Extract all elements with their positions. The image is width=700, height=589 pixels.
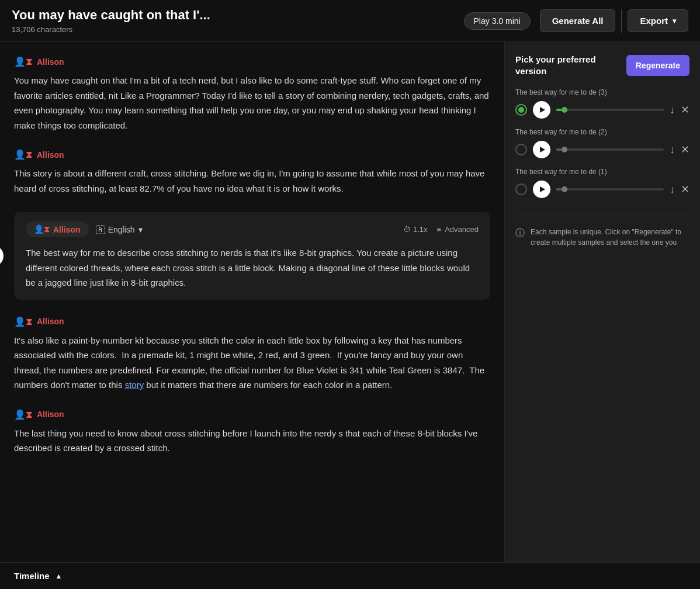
main-content: 👤⧗ Allison You may have caught on that I…: [0, 42, 700, 562]
paragraph-text-3: It's also like a paint-by-number kit bec…: [14, 333, 490, 393]
lang-chevron-icon: ▾: [138, 225, 143, 234]
speaker-label-1: 👤⧗ Allison: [14, 56, 490, 67]
info-section: ⓘ Each sample is unique. Click on "Regen…: [515, 227, 689, 248]
progress-fill-3: [556, 109, 562, 111]
sample-row-1: ↓ ✕: [515, 181, 689, 198]
progress-fill-2: [556, 148, 562, 151]
sample-row-3: ↓ ✕: [515, 101, 689, 119]
speaker-icon-3: 👤⧗: [14, 316, 32, 327]
sample-label-1: The best way for me to de (1): [515, 168, 689, 176]
info-icon: ⓘ: [515, 227, 525, 240]
speaker-label-4: 👤⧗ Allison: [14, 409, 490, 420]
translate-icon: 🇦: [96, 224, 105, 234]
info-text: Each sample is unique. Click on "Regener…: [531, 227, 689, 248]
tab-speaker-icon: 👤⧗: [34, 224, 50, 234]
download-icon-3[interactable]: ↓: [670, 104, 675, 116]
play-tri-icon-3: [540, 107, 545, 113]
progress-dot-2: [562, 147, 567, 153]
paragraph-block-3: 👤⧗ Allison It's also like a paint-by-num…: [14, 316, 490, 393]
progress-dot-3: [562, 107, 567, 113]
chevron-down-icon: ▾: [673, 17, 676, 25]
sample-row-2: ↓ ✕: [515, 141, 689, 158]
speaker-icon-2: 👤⧗: [14, 149, 32, 160]
speaker-icon-1: 👤⧗: [14, 56, 32, 67]
paragraph-block-4: 👤⧗ Allison The last thing you need to kn…: [14, 409, 490, 456]
block-controls: 👤⧗ Allison 🇦 English ▾ ⏱ 1.1x: [26, 221, 479, 237]
divider: [621, 9, 622, 33]
generate-all-button[interactable]: Generate All: [540, 9, 616, 32]
top-bar-left: You may have caught on that I'... 13,706…: [12, 8, 455, 34]
play-mini-button[interactable]: Play 3.0 mini: [464, 12, 531, 30]
radio-inner-3: [518, 107, 524, 113]
controls-right: ⏱ 1.1x ≡ Advanced: [403, 225, 479, 234]
download-icon-2[interactable]: ↓: [670, 144, 675, 156]
right-panel: Pick your preferred version Regenerate T…: [504, 42, 700, 562]
char-count: 13,706 characters: [12, 25, 455, 34]
document-title: You may have caught on that I'...: [12, 8, 245, 23]
separator: [515, 214, 689, 215]
radio-1[interactable]: [515, 183, 527, 195]
speed-control[interactable]: ⏱ 1.1x: [403, 225, 428, 234]
radio-2[interactable]: [515, 144, 527, 155]
paragraph-block-2: 👤⧗ Allison This story is about a differe…: [14, 149, 490, 196]
allison-tab[interactable]: 👤⧗ Allison: [26, 221, 89, 237]
paragraph-block-1: 👤⧗ Allison You may have caught on that I…: [14, 56, 490, 133]
radio-3[interactable]: [515, 104, 527, 116]
timeline-label: Timeline: [14, 571, 50, 581]
download-icon-1[interactable]: ↓: [670, 183, 675, 196]
close-icon-1[interactable]: ✕: [681, 183, 689, 196]
sample-item-2: The best way for me to de (2) ↓ ✕: [515, 128, 689, 158]
progress-1[interactable]: [556, 188, 664, 190]
paragraph-text-2: This story is about a different craft, c…: [14, 166, 490, 196]
progress-2[interactable]: [556, 148, 664, 151]
play-tri-icon-1: [540, 186, 545, 192]
active-block-text: The best way for me to describe cross st…: [26, 245, 479, 290]
sample-item-3: The best way for me to de (3) ↓ ✕: [515, 88, 689, 119]
speaker-icon-4: 👤⧗: [14, 409, 32, 420]
active-block-container: 👤⧗ Allison 🇦 English ▾ ⏱ 1.1x: [14, 212, 490, 300]
speaker-label-3: 👤⧗ Allison: [14, 316, 490, 327]
pick-header: Pick your preferred version Regenerate: [515, 54, 689, 77]
top-bar: You may have caught on that I'... 13,706…: [0, 0, 700, 42]
progress-dot-1: [562, 186, 567, 192]
progress-fill-1: [556, 188, 562, 190]
progress-3[interactable]: [556, 109, 664, 111]
pick-title: Pick your preferred version: [515, 54, 626, 77]
export-button[interactable]: Export ▾: [628, 9, 688, 32]
play-button-active[interactable]: [0, 245, 4, 266]
timeline-chevron-icon[interactable]: ▲: [56, 572, 63, 580]
paragraph-text-1: You may have caught on that I'm a bit of…: [14, 73, 490, 133]
play-sample-2[interactable]: [533, 141, 550, 158]
top-bar-right: Generate All Export ▾: [540, 9, 688, 33]
close-icon-3[interactable]: ✕: [681, 103, 689, 116]
left-panel: 👤⧗ Allison You may have caught on that I…: [0, 42, 504, 562]
close-icon-2[interactable]: ✕: [681, 143, 689, 156]
bottom-bar: Timeline ▲: [0, 562, 700, 589]
sample-label-2: The best way for me to de (2): [515, 128, 689, 136]
sliders-icon: ≡: [437, 225, 442, 234]
clock-icon: ⏱: [403, 225, 411, 234]
play-sample-3[interactable]: [533, 101, 550, 119]
advanced-control[interactable]: ≡ Advanced: [437, 225, 479, 234]
active-block: 👤⧗ Allison 🇦 English ▾ ⏱ 1.1x: [14, 212, 490, 300]
language-selector[interactable]: 🇦 English ▾: [96, 224, 143, 234]
play-tri-icon-2: [540, 147, 545, 153]
paragraph-text-4: The last thing you need to know about cr…: [14, 426, 490, 456]
regenerate-button[interactable]: Regenerate: [626, 55, 689, 76]
story-link[interactable]: story: [125, 380, 144, 390]
sample-label-3: The best way for me to de (3): [515, 88, 689, 96]
play-sample-1[interactable]: [533, 181, 550, 198]
sample-item-1: The best way for me to de (1) ↓ ✕: [515, 168, 689, 198]
speaker-label-2: 👤⧗ Allison: [14, 149, 490, 160]
